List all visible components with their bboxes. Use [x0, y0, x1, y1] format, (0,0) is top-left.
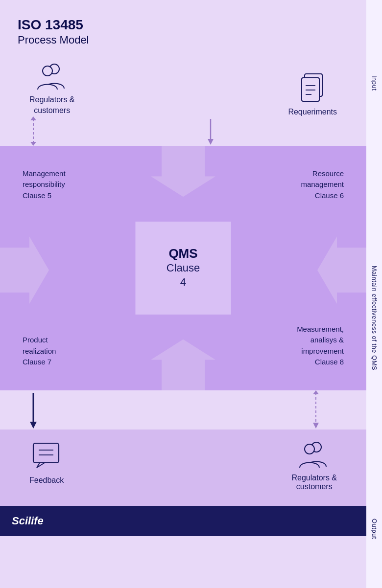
page-title-subtitle: Process Model	[18, 34, 366, 46]
top-connectors	[0, 116, 366, 146]
right-strip: Input Maintain effectiveness of the QMS …	[366, 0, 382, 588]
svg-marker-17	[30, 422, 37, 429]
bottom-connectors	[0, 390, 366, 430]
svg-marker-8	[30, 116, 36, 120]
svg-rect-3	[302, 78, 319, 101]
header: ISO 13485 Process Model	[0, 0, 366, 56]
chat-icon	[31, 439, 63, 471]
svg-marker-20	[313, 423, 319, 429]
maintain-label: Maintain effectiveness of the QMS	[371, 266, 378, 370]
input-strip: Input	[366, 0, 382, 166]
page-title-bold: ISO 13485	[18, 18, 366, 33]
input-icons-row: Regulators &customers Requeriments	[0, 56, 366, 116]
qms-subtitle: Clause4	[167, 261, 200, 289]
brand-name: Scilife	[12, 515, 44, 527]
document-icon	[298, 72, 327, 104]
maintain-strip: Maintain effectiveness of the QMS	[366, 166, 382, 470]
qms-title: QMS	[168, 246, 197, 261]
svg-marker-19	[313, 390, 319, 394]
top-connector-svg	[0, 116, 366, 146]
product-realization-label: ProductrealizationClause 7	[23, 335, 56, 368]
output-label: Output	[371, 519, 378, 539]
users-icon-input	[34, 61, 71, 90]
users-icon-output	[296, 439, 333, 469]
feedback-output-item: Feedback	[29, 439, 64, 485]
svg-marker-11	[208, 139, 214, 145]
page-wrapper: Input Maintain effectiveness of the QMS …	[0, 0, 382, 588]
svg-marker-9	[30, 142, 36, 146]
main-process-area: ManagementresponsibilityClause 5 Resourc…	[0, 146, 366, 390]
management-responsibility-label: ManagementresponsibilityClause 5	[23, 168, 66, 202]
regulators-customers-input-label: Regulators &customers	[29, 94, 75, 116]
output-strip: Output	[366, 470, 382, 588]
footer: Scilife	[0, 506, 366, 536]
resource-management-label: ResourcemanagementClause 6	[301, 168, 344, 202]
qms-box: QMS Clause4	[136, 222, 231, 315]
bottom-connector-svg	[0, 390, 366, 430]
input-label: Input	[371, 75, 378, 90]
regulators-customers-input-item: Regulators &customers	[29, 61, 75, 116]
regulators-customers-output-label: Regulators &customers	[292, 474, 337, 491]
output-section: Feedback Regulators &customers	[0, 430, 366, 506]
svg-rect-21	[33, 443, 59, 463]
requirements-label: Requeriments	[288, 108, 337, 116]
requirements-input-item: Requeriments	[288, 72, 337, 116]
svg-point-25	[305, 444, 314, 454]
measurement-label: Measurement,analisys &improvementClause …	[297, 324, 344, 368]
feedback-label: Feedback	[29, 476, 64, 485]
svg-point-1	[43, 66, 52, 76]
regulators-customers-output-item: Regulators &customers	[292, 439, 337, 491]
